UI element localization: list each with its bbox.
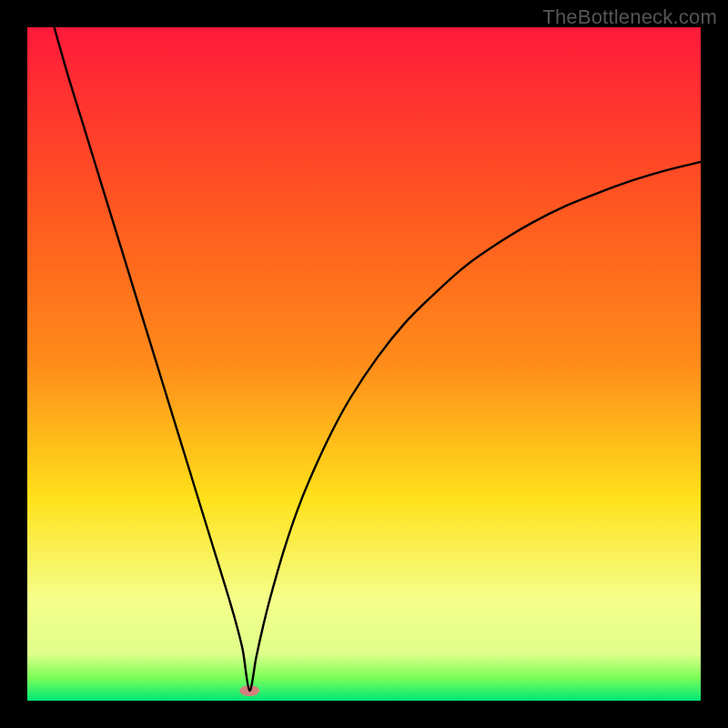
plot-area [27, 27, 701, 701]
chart-container: TheBottleneck.com [0, 0, 728, 728]
watermark-text: TheBottleneck.com [542, 5, 717, 29]
gradient-background [27, 27, 701, 701]
chart-svg [27, 27, 701, 701]
